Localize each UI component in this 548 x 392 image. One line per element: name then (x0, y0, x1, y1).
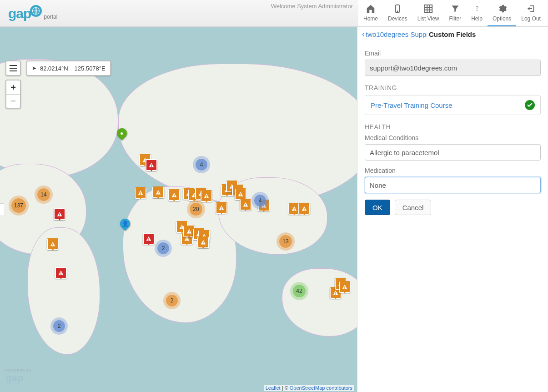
map-cluster[interactable]: 4 (196, 159, 207, 171)
training-section: TRAINING (365, 84, 541, 91)
logo-portal: portal (44, 14, 57, 20)
svg-rect-60 (335, 292, 336, 294)
map-alert-marker[interactable] (339, 281, 351, 293)
svg-rect-43 (181, 228, 182, 229)
map-alert-marker[interactable] (298, 203, 310, 215)
zoom-out-button: − (6, 94, 20, 108)
map-alert-marker[interactable] (55, 267, 67, 279)
nav-options[interactable]: Options (488, 0, 516, 26)
svg-rect-23 (221, 209, 221, 210)
nav-list-view[interactable]: List View (412, 0, 444, 26)
map-alert-marker[interactable] (135, 187, 146, 199)
breadcrumb-current: Custom Fields (429, 30, 476, 38)
top-nav: HomeDevicesList ViewFilterHelpOptionsLog… (358, 0, 548, 26)
breadcrumb: ‹ two10degrees Suppo Custom Fields (357, 27, 548, 42)
svg-rect-65 (344, 288, 345, 289)
nav-label: Home (363, 15, 378, 22)
email-label: Email (365, 50, 541, 57)
map-cluster[interactable]: 137 (11, 198, 26, 213)
nav-home[interactable]: Home (358, 0, 383, 26)
medication-field[interactable] (365, 177, 541, 193)
map-attribution: Leaflet | © OpenStreetMap contributors (264, 385, 354, 391)
svg-rect-53 (203, 244, 203, 244)
svg-rect-54 (52, 243, 53, 245)
svg-rect-35 (263, 207, 264, 207)
mobile-icon (393, 3, 402, 15)
welcome-text: Welcome System Administrator (271, 3, 353, 10)
cancel-button[interactable]: Cancel (395, 200, 432, 215)
svg-rect-37 (294, 210, 294, 211)
svg-rect-22 (221, 207, 221, 209)
svg-rect-61 (335, 294, 336, 295)
coord-lon: 125.5078°E (75, 65, 106, 72)
svg-rect-36 (294, 208, 294, 210)
nav-log-out[interactable]: Log Out (516, 0, 546, 26)
nav-devices[interactable]: Devices (383, 0, 412, 26)
map-pin[interactable]: 👤 (120, 219, 130, 229)
medication-label: Medication (365, 167, 541, 174)
map-alert-marker[interactable] (146, 159, 157, 171)
back-chevron-icon[interactable]: ‹ (362, 30, 365, 39)
leaflet-link[interactable]: Leaflet (266, 385, 281, 391)
email-field (365, 60, 541, 76)
powered-by-logo: POWERED BY gap (5, 369, 31, 384)
svg-rect-21 (206, 197, 206, 198)
map-alert-marker[interactable] (54, 208, 65, 220)
svg-rect-33 (245, 206, 246, 206)
map-alert-marker[interactable] (168, 189, 180, 201)
grid-icon (423, 3, 433, 15)
map-alert-marker[interactable] (201, 190, 212, 202)
svg-rect-38 (304, 208, 304, 210)
map-alert-marker[interactable] (240, 199, 251, 211)
nav-label: List View (417, 15, 439, 22)
map-pin[interactable]: ● (117, 128, 127, 138)
map-cluster[interactable]: 14 (37, 188, 50, 201)
check-icon (525, 100, 535, 110)
training-item[interactable]: Pre-Travel Training Course (365, 95, 541, 115)
map-alert-marker[interactable] (152, 186, 164, 198)
svg-rect-32 (245, 204, 246, 206)
filter-icon (451, 3, 460, 15)
svg-rect-31 (240, 196, 241, 196)
map-alert-marker[interactable] (216, 202, 227, 214)
map-cluster[interactable]: 2 (53, 320, 65, 332)
svg-rect-10 (158, 191, 158, 193)
nav-help[interactable]: Help (466, 0, 488, 26)
svg-rect-42 (181, 226, 182, 228)
svg-rect-58 (60, 272, 61, 274)
zoom-in-button[interactable]: + (6, 80, 20, 94)
nav-filter[interactable]: Filter (444, 0, 467, 26)
svg-rect-30 (240, 193, 241, 195)
health-section: HEALTH (365, 123, 541, 131)
map-alert-marker[interactable] (197, 236, 209, 248)
map-alert-marker[interactable] (143, 233, 155, 245)
nav-label: Filter (449, 15, 462, 22)
medical-conditions-field[interactable] (365, 144, 541, 161)
map-layers-button[interactable] (5, 60, 21, 76)
osm-link[interactable]: OpenStreetMap contributors (290, 385, 352, 391)
map-alert-marker[interactable] (47, 238, 59, 250)
svg-rect-17 (194, 196, 194, 197)
map-cluster[interactable]: 4 (254, 195, 266, 206)
map-cluster[interactable]: 20 (190, 203, 202, 216)
svg-rect-11 (158, 194, 158, 194)
logout-icon (526, 3, 536, 15)
breadcrumb-back[interactable]: two10degrees Suppo (366, 30, 427, 38)
map-cluster[interactable]: 2 (166, 295, 178, 307)
svg-rect-9 (140, 194, 141, 195)
logo-gap: gap (8, 6, 31, 21)
svg-rect-55 (52, 246, 53, 246)
svg-rect-12 (174, 194, 174, 196)
svg-point-2 (397, 11, 398, 12)
coord-lat: 82.0214°N (40, 65, 68, 72)
map-cluster[interactable]: 42 (293, 285, 306, 297)
svg-rect-16 (194, 194, 194, 196)
svg-rect-6 (151, 164, 151, 166)
map-cluster[interactable]: 2 (157, 242, 169, 254)
nav-label: Options (493, 15, 511, 22)
panel-resize-handle[interactable]: ⋮ (0, 203, 4, 216)
ok-button[interactable]: OK (365, 200, 390, 215)
map-cluster[interactable]: 13 (279, 235, 292, 248)
map[interactable]: ➤ 82.0214°N 125.5078°E + − POWERED BY ga… (0, 27, 357, 392)
svg-rect-41 (148, 240, 149, 241)
